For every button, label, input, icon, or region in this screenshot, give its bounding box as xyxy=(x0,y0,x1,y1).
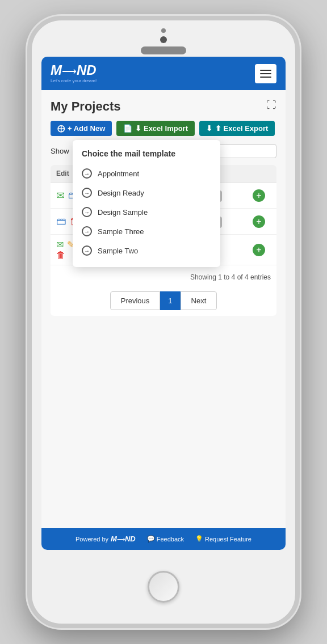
earpiece xyxy=(141,46,186,54)
powered-by: Powered by M⟶ND xyxy=(76,535,136,543)
archive-icon[interactable]: 🗃 xyxy=(56,215,66,227)
add-cell: + xyxy=(250,189,271,202)
add-cell: + xyxy=(250,215,271,228)
next-button[interactable]: Next xyxy=(181,291,217,310)
mail-template-dropdown: Choice the mail template → Appointment →… xyxy=(73,140,220,267)
logo: M⟶ND xyxy=(51,63,97,77)
dropdown-item-sample-three[interactable]: → Sample Three xyxy=(73,222,220,241)
previous-button[interactable]: Previous xyxy=(110,291,161,310)
arrow-icon: → xyxy=(82,207,92,217)
dropdown-item-design-ready[interactable]: → Design Ready xyxy=(73,183,220,202)
showing-text: Showing 1 to 4 of 4 entries xyxy=(51,270,276,285)
dropdown-item-appointment[interactable]: → Appointment xyxy=(73,164,220,183)
feedback-link[interactable]: 💬 Feedback xyxy=(147,535,184,543)
feedback-icon: 💬 xyxy=(147,535,155,543)
toolbar: ⨁ + Add New 📄 ⬇ Excel Import ⬇ ⬆ Excel E… xyxy=(51,121,276,136)
add-cell: + xyxy=(250,244,271,256)
send-icon[interactable]: ✉ xyxy=(56,239,64,250)
phone-shell: M⟶ND Let's code your dream! My Projects … xyxy=(27,16,300,628)
hamburger-line-3 xyxy=(260,77,271,78)
front-camera xyxy=(160,36,167,43)
expand-icon[interactable]: ⛶ xyxy=(266,99,276,111)
request-feature-link[interactable]: 💡 Request Feature xyxy=(195,535,251,543)
excel-export-button[interactable]: ⬇ ⬆ Excel Export xyxy=(199,121,275,136)
pagination: Previous 1 Next xyxy=(51,289,276,316)
show-label: Show xyxy=(51,147,69,155)
add-project-button[interactable]: + xyxy=(253,189,265,202)
footer-logo: M⟶ND xyxy=(111,535,136,543)
feature-icon: 💡 xyxy=(195,535,203,543)
plus-icon: ⨁ xyxy=(57,124,65,133)
excel-import-button[interactable]: 📄 ⬇ Excel Import xyxy=(116,121,195,136)
hamburger-line-1 xyxy=(260,70,271,71)
arrow-icon: → xyxy=(82,245,92,256)
logo-tagline: Let's code your dream! xyxy=(51,78,97,83)
home-button[interactable] xyxy=(148,571,179,603)
speaker-dot xyxy=(161,28,166,33)
dropdown-item-design-sample[interactable]: → Design Sample xyxy=(73,202,220,222)
import-icon: 📄 xyxy=(123,124,132,133)
screen: M⟶ND Let's code your dream! My Projects … xyxy=(41,57,286,550)
dropdown-item-sample-two[interactable]: → Sample Two xyxy=(73,241,220,260)
add-project-button[interactable]: + xyxy=(253,215,265,228)
hamburger-button[interactable] xyxy=(255,64,276,83)
arrow-icon: → xyxy=(82,226,92,236)
dropdown-item-label: Appointment xyxy=(98,170,139,178)
arrow-icon: → xyxy=(82,188,92,198)
delete-icon[interactable]: 🗑 xyxy=(56,250,65,260)
app-header: M⟶ND Let's code your dream! xyxy=(41,57,286,90)
phone-top-bar xyxy=(32,20,295,57)
send-icon[interactable]: ✉ xyxy=(56,189,65,202)
dropdown-item-label: Sample Three xyxy=(98,227,144,236)
add-project-button[interactable]: + xyxy=(253,244,265,256)
dropdown-item-label: Design Ready xyxy=(98,189,144,197)
add-new-button[interactable]: ⨁ + Add New xyxy=(51,121,112,136)
app-footer: Powered by M⟶ND 💬 Feedback 💡 Request Fea… xyxy=(41,528,286,550)
page-number[interactable]: 1 xyxy=(160,291,180,310)
dropdown-item-label: Design Sample xyxy=(98,208,148,217)
arrow-icon: → xyxy=(82,168,92,179)
main-content: My Projects ⛶ ⨁ + Add New 📄 ⬇ Excel Impo… xyxy=(41,90,286,528)
phone-bottom xyxy=(148,550,179,624)
page-title: My Projects xyxy=(51,99,276,114)
hamburger-line-2 xyxy=(260,73,271,74)
logo-area: M⟶ND Let's code your dream! xyxy=(51,63,97,83)
col-action-header xyxy=(250,170,271,177)
dropdown-title: Choice the mail template xyxy=(73,149,220,164)
export-icon: ⬇ xyxy=(206,124,212,133)
dropdown-item-label: Sample Two xyxy=(98,247,138,255)
